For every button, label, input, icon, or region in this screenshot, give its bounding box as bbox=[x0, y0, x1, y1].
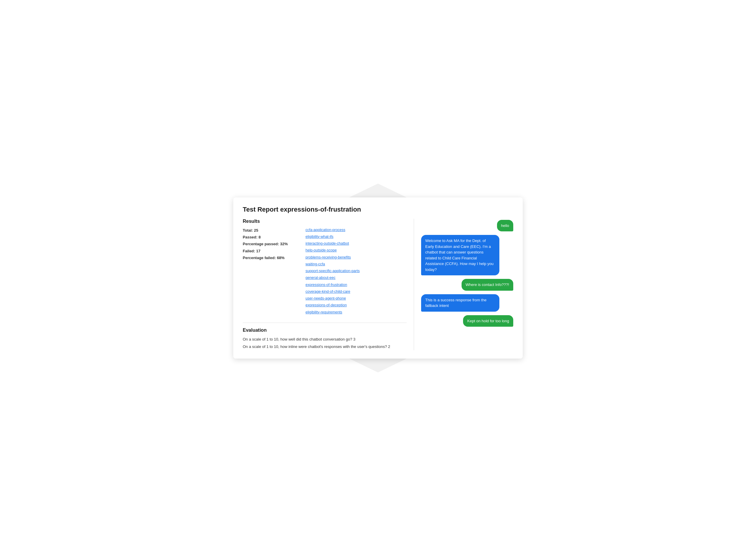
stat-passed: Passed: 8 bbox=[243, 234, 288, 241]
page-title: Test Report expressions-of-frustration bbox=[243, 206, 513, 213]
eval-q1: On a scale of 1 to 10, how well did this… bbox=[243, 336, 407, 343]
chat-panel: helloWelcome to Ask MA for the Dept. of … bbox=[414, 219, 513, 351]
result-link[interactable]: ccfa-application-process bbox=[306, 227, 360, 233]
stat-pct-failed: Percentage failed: 68% bbox=[243, 254, 288, 261]
result-link[interactable]: waiting-ccfa bbox=[306, 261, 360, 267]
chat-bubble: This is a success response from the fall… bbox=[421, 294, 499, 312]
evaluation-section: Evaluation On a scale of 1 to 10, how we… bbox=[243, 327, 407, 350]
stat-pct-passed: Percentage passed: 32% bbox=[243, 241, 288, 247]
results-stats: Total: 25 Passed: 8 Percentage passed: 3… bbox=[243, 227, 288, 315]
result-link[interactable]: help-outside-scope bbox=[306, 247, 360, 253]
card-body: Results Total: 25 Passed: 8 Percentage p… bbox=[243, 219, 513, 351]
result-link[interactable]: support-specific-application-parts bbox=[306, 268, 360, 274]
main-card: Test Report expressions-of-frustration R… bbox=[233, 198, 523, 359]
page-wrapper: Test Report expressions-of-frustration R… bbox=[216, 204, 540, 352]
result-link[interactable]: eligibility-what-ifs bbox=[306, 234, 360, 240]
result-link[interactable]: expressions-of-deception bbox=[306, 302, 360, 308]
eval-q2: On a scale of 1 to 10, how inline were c… bbox=[243, 343, 407, 351]
chat-row-user: Where is contact Info???! bbox=[421, 279, 513, 291]
results-links: ccfa-application-processeligibility-what… bbox=[306, 227, 360, 315]
stat-total: Total: 25 bbox=[243, 227, 288, 234]
chat-row-bot: Welcome to Ask MA for the Dept. of Early… bbox=[421, 235, 513, 275]
result-link[interactable]: user-needs-agent-phone bbox=[306, 296, 360, 302]
result-link[interactable]: expressions-of-frustration bbox=[306, 282, 360, 288]
result-link[interactable]: coverage-kind-of-child-care bbox=[306, 289, 360, 295]
results-title: Results bbox=[243, 219, 407, 224]
result-link[interactable]: problems-receiving-benefits bbox=[306, 254, 360, 260]
chat-bubble: Where is contact Info???! bbox=[462, 279, 513, 291]
evaluation-text: On a scale of 1 to 10, how well did this… bbox=[243, 336, 407, 350]
chat-bubble: Welcome to Ask MA for the Dept. of Early… bbox=[421, 235, 499, 275]
left-panel: Results Total: 25 Passed: 8 Percentage p… bbox=[243, 219, 414, 351]
stat-failed: Failed: 17 bbox=[243, 248, 288, 254]
chat-row-user: hello bbox=[421, 220, 513, 232]
chat-bubble: Kept on hold for too long bbox=[463, 315, 513, 327]
evaluation-title: Evaluation bbox=[243, 327, 407, 333]
result-link[interactable]: interacting-outside-chatbot bbox=[306, 241, 360, 247]
result-link[interactable]: general-about-eec bbox=[306, 275, 360, 281]
results-content: Total: 25 Passed: 8 Percentage passed: 3… bbox=[243, 227, 407, 315]
chat-row-user: Kept on hold for too long bbox=[421, 315, 513, 327]
result-link[interactable]: eligibility-requirements bbox=[306, 309, 360, 315]
results-section: Results Total: 25 Passed: 8 Percentage p… bbox=[243, 219, 407, 315]
chat-row-bot: This is a success response from the fall… bbox=[421, 294, 513, 312]
chat-bubble: hello bbox=[497, 220, 513, 232]
divider bbox=[243, 322, 407, 323]
